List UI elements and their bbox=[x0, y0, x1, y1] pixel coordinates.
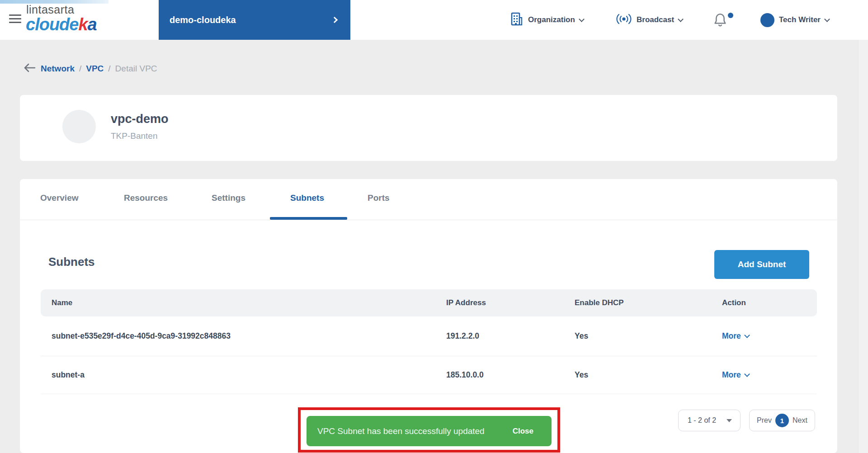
cloudeka-logo: cloudeka bbox=[26, 15, 97, 34]
table-header: Name IP Address Enable DHCP Action bbox=[41, 289, 817, 316]
add-subnet-button[interactable]: Add Subnet bbox=[714, 250, 809, 279]
more-label: More bbox=[722, 331, 741, 341]
organization-label: Organization bbox=[528, 15, 575, 24]
bell-icon bbox=[713, 21, 727, 29]
subnet-ip: 191.2.2.0 bbox=[446, 316, 479, 356]
broadcast-icon bbox=[616, 13, 632, 27]
lintasarta-logo-text: lintasarta bbox=[26, 3, 74, 16]
user-name: Tech Writer bbox=[779, 15, 821, 24]
subnet-ip: 185.10.0.0 bbox=[446, 356, 484, 394]
tab-settings[interactable]: Settings bbox=[212, 193, 245, 203]
logo-part-blue: cloude bbox=[26, 15, 78, 34]
notifications-button[interactable] bbox=[713, 12, 733, 28]
breadcrumb-separator: / bbox=[108, 64, 110, 74]
notification-dot bbox=[728, 13, 733, 18]
breadcrumb-current: Detail VPC bbox=[115, 64, 157, 74]
column-header-name: Name bbox=[52, 289, 72, 316]
tab-ports[interactable]: Ports bbox=[368, 193, 390, 203]
breadcrumb-vpc[interactable]: VPC bbox=[86, 64, 104, 74]
broadcast-label: Broadcast bbox=[637, 15, 674, 24]
chevron-down-icon bbox=[824, 16, 830, 22]
app-header: lintasarta cloudeka demo-cloudeka Organi… bbox=[0, 0, 868, 40]
dropdown-triangle-icon bbox=[726, 419, 732, 422]
chevron-down-icon bbox=[579, 16, 585, 22]
back-arrow-icon[interactable] bbox=[23, 62, 36, 76]
subnet-name: subnet-e535e29f-d4ce-405d-9ca9-31992c848… bbox=[52, 316, 231, 356]
user-avatar bbox=[760, 13, 774, 27]
vpc-summary-card: vpc-demo TKP-Banten bbox=[20, 95, 837, 161]
project-name: demo-cloudeka bbox=[170, 15, 236, 25]
next-page-button[interactable]: Next bbox=[793, 416, 807, 425]
toast-close-button[interactable]: Close bbox=[510, 426, 536, 436]
subnet-name: subnet-a bbox=[52, 356, 85, 394]
vpc-avatar bbox=[62, 110, 96, 143]
organization-menu[interactable]: Organization bbox=[510, 0, 584, 40]
more-actions-button[interactable]: More bbox=[722, 370, 749, 380]
chevron-right-icon bbox=[331, 17, 338, 23]
page-scrollbar[interactable] bbox=[858, 0, 868, 453]
rows-range-label: 1 - 2 of 2 bbox=[688, 416, 716, 425]
column-header-dhcp: Enable DHCP bbox=[575, 289, 624, 316]
pager: Prev 1 Next bbox=[749, 410, 815, 431]
vpc-location: TKP-Banten bbox=[111, 131, 158, 141]
hamburger-menu-icon[interactable] bbox=[9, 14, 21, 24]
broadcast-menu[interactable]: Broadcast bbox=[616, 0, 683, 40]
active-tab-indicator bbox=[270, 217, 347, 220]
logo-part-darkblue: a bbox=[88, 15, 97, 34]
column-header-ip: IP Address bbox=[446, 289, 486, 316]
user-menu[interactable]: Tech Writer bbox=[760, 0, 829, 40]
subnets-section-title: Subnets bbox=[48, 255, 95, 269]
more-actions-button[interactable]: More bbox=[722, 331, 749, 341]
success-toast: VPC Subnet has been successfully updated… bbox=[307, 416, 552, 446]
breadcrumb-network[interactable]: Network bbox=[41, 64, 75, 74]
toast-message: VPC Subnet has been successfully updated bbox=[317, 426, 485, 436]
tab-subnets[interactable]: Subnets bbox=[290, 193, 324, 203]
vpc-name: vpc-demo bbox=[111, 112, 169, 126]
prev-page-button[interactable]: Prev bbox=[757, 416, 772, 425]
chevron-down-icon bbox=[744, 332, 750, 338]
table-row: subnet-a 185.10.0.0 Yes More bbox=[41, 356, 817, 394]
rows-range-dropdown[interactable]: 1 - 2 of 2 bbox=[678, 410, 741, 431]
breadcrumb: Network / VPC / Detail VPC bbox=[23, 61, 157, 76]
chevron-down-icon bbox=[678, 16, 684, 22]
tab-resources[interactable]: Resources bbox=[124, 193, 168, 203]
logo-part-red: k bbox=[78, 15, 87, 34]
subnet-dhcp: Yes bbox=[575, 356, 588, 394]
chevron-down-icon bbox=[744, 371, 750, 377]
building-icon bbox=[510, 12, 524, 28]
subnet-dhcp: Yes bbox=[575, 316, 588, 356]
breadcrumb-separator: / bbox=[79, 64, 81, 74]
project-switcher[interactable]: demo-cloudeka bbox=[159, 0, 350, 40]
tab-overview[interactable]: Overview bbox=[40, 193, 79, 203]
column-header-action: Action bbox=[722, 289, 746, 316]
tab-divider bbox=[20, 220, 837, 220]
more-label: More bbox=[722, 370, 741, 380]
current-page-button[interactable]: 1 bbox=[775, 414, 789, 427]
table-row: subnet-e535e29f-d4ce-405d-9ca9-31992c848… bbox=[41, 316, 817, 356]
